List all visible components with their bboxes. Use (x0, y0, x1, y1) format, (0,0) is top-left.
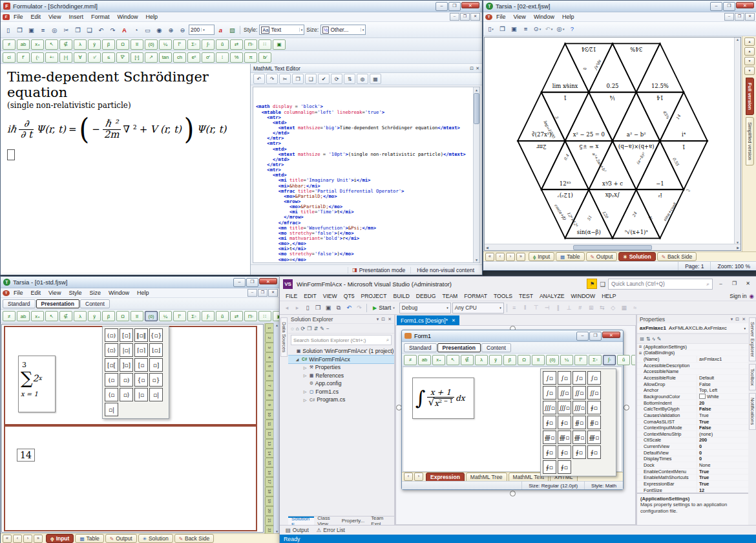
math-template-button[interactable]: ab (17, 311, 30, 321)
math-template-button[interactable]: eˣ (187, 52, 200, 63)
tool-window-tab[interactable]: Server Explorer (749, 317, 756, 361)
close-button[interactable]: ✕ (602, 332, 620, 338)
question-number-tab[interactable]: 4 (265, 352, 273, 362)
math-template-button[interactable]: β (102, 311, 115, 321)
CalcTextByGlyph[interactable]: CalcTextByGlyphFalse (637, 406, 748, 412)
style-combo[interactable]: AaText▾ (259, 25, 304, 35)
tool-window-tab[interactable]: Toolbox (749, 364, 756, 390)
ContextInputMode[interactable]: ContextInputModeFalse (637, 425, 748, 431)
palette-button[interactable]: ∰▫ (558, 431, 571, 444)
panel-tab[interactable]: Property... (339, 516, 368, 525)
math-template-button[interactable]: (ö) (145, 311, 158, 321)
maximize-button[interactable]: ❐ (589, 332, 602, 341)
sum-equation-box[interactable]: 3 ∑2x x = 1 (18, 356, 56, 412)
prev-tab-icon[interactable]: ‹ (404, 473, 413, 481)
forward-icon[interactable]: ▸ (293, 303, 302, 313)
cut-icon[interactable]: ✂ (279, 74, 291, 84)
toolbar-button[interactable]: ⊤ (532, 303, 541, 313)
Dock[interactable]: DockNone (637, 462, 748, 469)
question-number-tab[interactable]: 21 (265, 516, 273, 526)
palette-button[interactable]: ∮▫ (572, 445, 586, 459)
panel-tab[interactable]: Class View (314, 516, 339, 525)
panel-tab[interactable]: Team Expl... (368, 516, 394, 525)
question-number-tab[interactable]: 14 (265, 449, 273, 458)
tree-item[interactable]: ▷⚒Properties (288, 363, 394, 372)
solution-platform-combo[interactable]: Any CPU▾ (452, 303, 504, 314)
menu-item[interactable]: View (45, 13, 65, 21)
toolbar-button[interactable]: ≈ (631, 303, 640, 313)
math-template-button[interactable]: ∀ (74, 52, 87, 63)
selection-handle[interactable] (510, 491, 516, 496)
math-template-button[interactable]: ci (3, 52, 16, 63)
BottomIndent[interactable]: BottomIndent20 (637, 400, 748, 407)
panel-toolbar-icon[interactable]: ✎ (320, 326, 324, 332)
menu-item[interactable]: VIEW (320, 292, 341, 300)
question-number-tab[interactable]: 10 (265, 410, 273, 420)
save-icon[interactable]: ▣ (324, 303, 333, 313)
question-number-tab[interactable]: 2 (265, 333, 273, 343)
mode-tab[interactable]: Standard (404, 343, 437, 352)
math-template-button[interactable]: ΐ° (173, 39, 186, 50)
palette-button[interactable]: ∫▫ (572, 371, 586, 385)
palette-button[interactable]: ∬▫ (558, 386, 571, 399)
child-minimize-button[interactable]: – (724, 13, 734, 21)
maximize-button[interactable]: ❐ (246, 278, 258, 287)
close-panel-icon[interactable]: ✕ (388, 317, 392, 322)
close-tab-icon[interactable]: ✕ (452, 318, 456, 323)
question-number-tab[interactable]: 6 (265, 371, 273, 381)
math-template-button[interactable]: π (244, 52, 257, 63)
math-template-button[interactable]: ≠ (3, 311, 16, 321)
math-template-button[interactable]: Ω (518, 355, 530, 365)
math-template-button[interactable]: ⇄ (631, 355, 636, 365)
math-template-button[interactable]: ¼ (560, 355, 573, 365)
pin-icon[interactable]: ⊡ (381, 317, 385, 322)
palette-button[interactable]: (▫ (105, 373, 118, 387)
feedback-icon[interactable]: ❑ (600, 281, 605, 288)
math-template-button[interactable]: ∉ (461, 355, 474, 365)
palette-button[interactable]: ⟨▫⟩ (105, 343, 118, 357)
Anchor[interactable]: AnchorTop, Left (637, 387, 748, 394)
math-template-button[interactable]: ∫▫ (603, 355, 616, 365)
new-file-icon[interactable]: ▯ (303, 303, 312, 313)
toolbar-button[interactable]: ‖ (521, 303, 530, 313)
empty-slot[interactable] (7, 149, 15, 160)
vs-titlebar[interactable]: VS WinFormFmlAcx - Microsoft Visual Stud… (280, 277, 756, 291)
panel-toolbar-icon[interactable]: ⌂ (296, 326, 299, 332)
tarsia-std-titlebar[interactable]: T Tarsia - [01-std.fjsw] – ❐ ✕ (1, 277, 280, 288)
math-template-button[interactable]: Ω (116, 311, 129, 321)
math-template-button[interactable]: ↖ (446, 355, 459, 365)
math-template-button[interactable]: ab (418, 355, 431, 365)
mathml-panel-header[interactable]: MathML Text Editor ⊡✕ (251, 64, 482, 73)
menu-item[interactable]: Window (530, 13, 558, 21)
forms-designer[interactable]: Form1 – ❐ ✕ StandardPresentationContent … (395, 325, 636, 525)
math-template-button[interactable]: λ (74, 39, 87, 50)
menu-item[interactable]: QT5 (341, 292, 358, 300)
palette-button[interactable]: ∯▫ (587, 416, 601, 429)
answer-panel[interactable]: 14 (4, 425, 257, 531)
math-template-button[interactable]: ŷ (489, 355, 502, 365)
palette-button[interactable]: [▫ (134, 358, 148, 372)
expander-icon[interactable]: ▷ (302, 373, 308, 378)
toolbar-button[interactable]: ∥ (554, 303, 563, 313)
child-minimize-button[interactable]: – (247, 289, 257, 297)
version-tab[interactable]: Full version (746, 78, 754, 115)
palette-button[interactable]: ∮▫ (543, 445, 556, 459)
next-page-icon[interactable]: › (23, 535, 32, 543)
palette-button[interactable]: {▫} (149, 328, 163, 342)
mode-tab[interactable]: Content (80, 299, 110, 308)
palette-button[interactable]: ∭▫ (558, 401, 571, 414)
minimize-button[interactable]: – (233, 278, 246, 287)
view-tab[interactable]: ▦Table (556, 252, 584, 261)
formula-document[interactable]: Time-dependent Schrödinger equation (sin… (1, 64, 251, 275)
math-template-button[interactable]: Π▫ (244, 39, 257, 50)
AllowDrop[interactable]: AllowDropFalse (637, 381, 748, 388)
question-number-tab[interactable]: 19 (265, 496, 273, 506)
math-template-button[interactable]: x₊ (31, 39, 44, 50)
palette-button[interactable]: ∬▫ (587, 386, 601, 399)
minimize-button[interactable]: – (436, 2, 448, 11)
palette-button[interactable]: ∬▫ (572, 386, 586, 399)
formulator-titlebar[interactable]: F Formulator - [Schrödinger.mml] – ❐ ✕ (1, 1, 482, 12)
toolbar-button[interactable]: ⊞ (587, 303, 596, 313)
view-tab[interactable]: ✎Back Side (657, 252, 697, 261)
AccessibleName[interactable]: AccessibleName (637, 369, 748, 376)
